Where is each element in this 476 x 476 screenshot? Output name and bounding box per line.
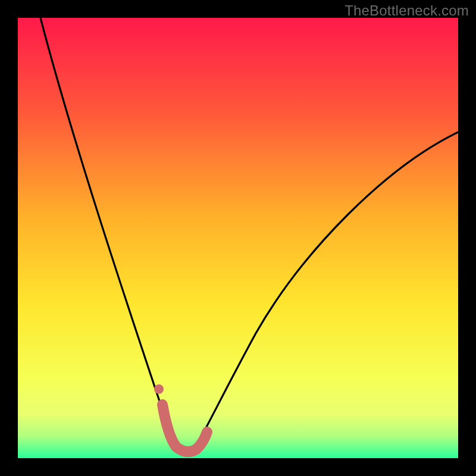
lone-marker-dot (154, 384, 164, 394)
watermark-text: TheBottleneck.com (345, 2, 469, 19)
curve-right (192, 132, 458, 452)
valley-marker-stroke (162, 405, 207, 452)
plot-frame (18, 18, 458, 458)
bottleneck-curve (18, 18, 458, 458)
